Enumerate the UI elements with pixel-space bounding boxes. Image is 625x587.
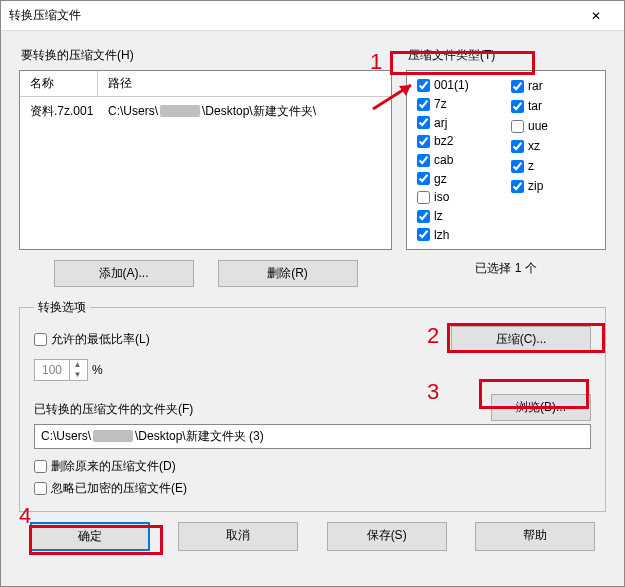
file-list-header: 名称 路径 bbox=[20, 71, 391, 97]
options-group: 转换选项 允许的最低比率(L) 压缩(C)... ▲ ▼ % bbox=[19, 299, 606, 512]
compress-button[interactable]: 压缩(C)... bbox=[451, 326, 591, 353]
type-lzh-label: lzh bbox=[434, 228, 449, 242]
type-001(1)-checkbox[interactable] bbox=[417, 79, 430, 92]
delete-original-label: 删除原来的压缩文件(D) bbox=[51, 458, 176, 475]
type-arj-label: arj bbox=[434, 116, 447, 130]
type-001(1)[interactable]: 001(1) bbox=[417, 77, 501, 94]
type-gz-label: gz bbox=[434, 172, 447, 186]
type-xz[interactable]: xz bbox=[511, 137, 595, 155]
files-group-label: 要转换的压缩文件(H) bbox=[21, 47, 392, 64]
browse-button[interactable]: 浏览(B)... bbox=[491, 394, 591, 421]
type-gz[interactable]: gz bbox=[417, 170, 501, 187]
window-title: 转换压缩文件 bbox=[9, 7, 576, 24]
type-lzh[interactable]: lzh bbox=[417, 226, 501, 243]
cancel-button[interactable]: 取消 bbox=[178, 522, 298, 551]
type-tar-label: tar bbox=[528, 99, 542, 113]
ratio-spinner[interactable]: ▲ ▼ bbox=[34, 359, 88, 381]
type-7z-checkbox[interactable] bbox=[417, 98, 430, 111]
type-bz2-label: bz2 bbox=[434, 134, 453, 148]
ignore-encrypted[interactable]: 忽略已加密的压缩文件(E) bbox=[34, 479, 591, 497]
type-z-label: z bbox=[528, 159, 534, 173]
percent-label: % bbox=[92, 363, 103, 377]
options-legend: 转换选项 bbox=[34, 299, 90, 316]
type-xz-label: xz bbox=[528, 139, 540, 153]
allow-min-ratio-label: 允许的最低比率(L) bbox=[51, 331, 150, 348]
type-7z[interactable]: 7z bbox=[417, 96, 501, 113]
file-list[interactable]: 名称 路径 资料.7z.001 C:\Users\\Desktop\新建文件夹\ bbox=[19, 70, 392, 250]
file-name: 资料.7z.001 bbox=[30, 103, 108, 120]
type-cab[interactable]: cab bbox=[417, 152, 501, 169]
type-arj-checkbox[interactable] bbox=[417, 116, 430, 129]
type-zip[interactable]: zip bbox=[511, 177, 595, 195]
add-button[interactable]: 添加(A)... bbox=[54, 260, 194, 287]
col-name-header[interactable]: 名称 bbox=[20, 71, 98, 96]
spinner-down-icon[interactable]: ▼ bbox=[70, 370, 85, 380]
type-z[interactable]: z bbox=[511, 157, 595, 175]
type-uue-checkbox[interactable] bbox=[511, 120, 524, 133]
type-rar[interactable]: rar bbox=[511, 77, 595, 95]
type-uue[interactable]: uue bbox=[511, 117, 595, 135]
type-lz[interactable]: lz bbox=[417, 208, 501, 225]
type-zip-label: zip bbox=[528, 179, 543, 193]
col-path-header[interactable]: 路径 bbox=[98, 71, 391, 96]
help-button[interactable]: 帮助 bbox=[475, 522, 595, 551]
delete-original[interactable]: 删除原来的压缩文件(D) bbox=[34, 457, 591, 475]
ignore-encrypted-checkbox[interactable] bbox=[34, 482, 47, 495]
remove-button[interactable]: 删除(R) bbox=[218, 260, 358, 287]
types-box: 001(1)7zarjbz2cabgzisolzlzh rartaruuexzz… bbox=[406, 70, 606, 250]
type-tar-checkbox[interactable] bbox=[511, 100, 524, 113]
allow-min-ratio-checkbox[interactable] bbox=[34, 333, 47, 346]
type-lz-checkbox[interactable] bbox=[417, 210, 430, 223]
type-rar-label: rar bbox=[528, 79, 543, 93]
file-path: C:\Users\\Desktop\新建文件夹\ bbox=[108, 103, 381, 120]
type-iso[interactable]: iso bbox=[417, 189, 501, 206]
type-zip-checkbox[interactable] bbox=[511, 180, 524, 193]
type-uue-label: uue bbox=[528, 119, 548, 133]
types-group-label: 压缩文件类型(T) bbox=[408, 47, 606, 64]
type-arj[interactable]: arj bbox=[417, 114, 501, 131]
allow-min-ratio[interactable]: 允许的最低比率(L) bbox=[34, 331, 150, 349]
folder-input[interactable]: C:\Users\\Desktop\新建文件夹 (3) bbox=[34, 424, 591, 449]
spinner-up-icon[interactable]: ▲ bbox=[70, 360, 85, 370]
type-tar[interactable]: tar bbox=[511, 97, 595, 115]
type-gz-checkbox[interactable] bbox=[417, 172, 430, 185]
type-lzh-checkbox[interactable] bbox=[417, 228, 430, 241]
ratio-spinner-input[interactable] bbox=[35, 362, 69, 378]
save-button[interactable]: 保存(S) bbox=[327, 522, 447, 551]
type-iso-checkbox[interactable] bbox=[417, 191, 430, 204]
type-bz2[interactable]: bz2 bbox=[417, 133, 501, 150]
type-rar-checkbox[interactable] bbox=[511, 80, 524, 93]
type-cab-label: cab bbox=[434, 153, 453, 167]
type-7z-label: 7z bbox=[434, 97, 447, 111]
titlebar: 转换压缩文件 ✕ bbox=[1, 1, 624, 31]
type-xz-checkbox[interactable] bbox=[511, 140, 524, 153]
type-z-checkbox[interactable] bbox=[511, 160, 524, 173]
type-001(1)-label: 001(1) bbox=[434, 78, 469, 92]
type-cab-checkbox[interactable] bbox=[417, 154, 430, 167]
folder-label: 已转换的压缩文件的文件夹(F) bbox=[34, 401, 193, 418]
ok-button[interactable]: 确定 bbox=[30, 522, 150, 551]
type-lz-label: lz bbox=[434, 209, 443, 223]
ignore-encrypted-label: 忽略已加密的压缩文件(E) bbox=[51, 480, 187, 497]
redacted-segment bbox=[93, 430, 133, 442]
close-icon: ✕ bbox=[591, 9, 601, 23]
selected-count: 已选择 1 个 bbox=[406, 260, 606, 277]
close-button[interactable]: ✕ bbox=[576, 2, 616, 30]
file-row[interactable]: 资料.7z.001 C:\Users\\Desktop\新建文件夹\ bbox=[22, 101, 389, 122]
delete-original-checkbox[interactable] bbox=[34, 460, 47, 473]
type-iso-label: iso bbox=[434, 190, 449, 204]
redacted-segment bbox=[160, 105, 200, 117]
type-bz2-checkbox[interactable] bbox=[417, 135, 430, 148]
